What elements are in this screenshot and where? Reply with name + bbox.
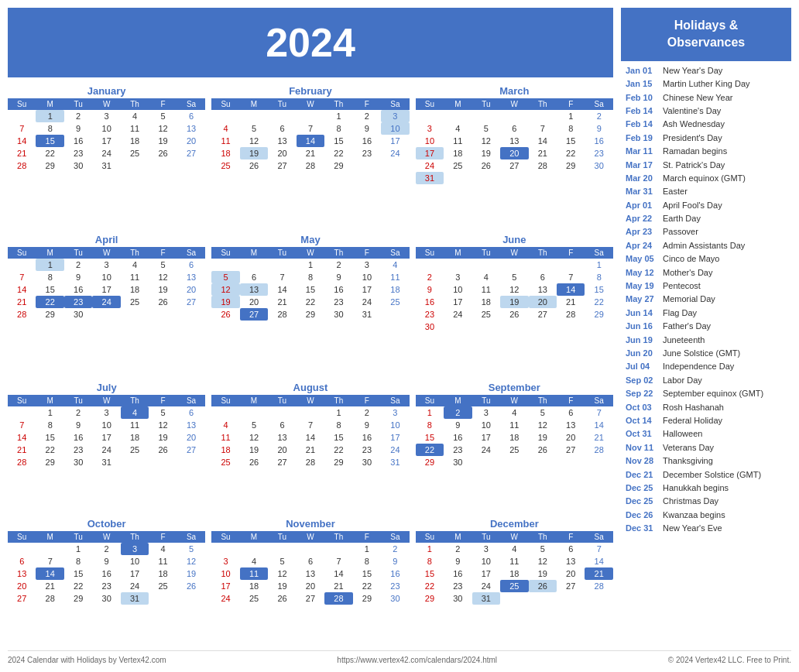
empty-day <box>529 110 557 122</box>
day-header: M <box>36 531 63 543</box>
day-cell: 21 <box>268 296 296 308</box>
holiday-item: Feb 10Chinese New Year <box>626 91 787 105</box>
day-cell: 24 <box>381 147 410 159</box>
holiday-name: Ash Wednesday <box>663 118 725 130</box>
day-cell: 14 <box>557 283 585 296</box>
day-cell: 19 <box>472 147 500 159</box>
holiday-date: Dec 25 <box>626 495 660 507</box>
sidebar-header: Holidays &Observances <box>621 8 791 61</box>
day-header: Th <box>121 247 149 259</box>
day-header: Sa <box>585 247 613 259</box>
holiday-name: Christmas Day <box>663 495 718 507</box>
day-cell: 18 <box>500 431 528 444</box>
holiday-date: Sep 22 <box>626 388 660 399</box>
day-cell: 10 <box>211 567 239 580</box>
empty-day <box>353 159 381 172</box>
month-block: JuneSuMTuWThFSa1234567891011121314151617… <box>416 234 613 376</box>
day-cell: 29 <box>324 159 352 172</box>
month-title: August <box>211 382 409 393</box>
day-cell: 8 <box>416 555 444 567</box>
empty-day <box>240 406 268 419</box>
day-cell: 16 <box>64 431 92 444</box>
day-cell: 17 <box>472 431 500 444</box>
empty-day <box>8 110 36 122</box>
holiday-name: Admin Assistants Day <box>663 240 745 252</box>
day-cell: 3 <box>121 543 149 555</box>
day-cell: 22 <box>353 580 381 592</box>
day-cell: 14 <box>585 555 613 567</box>
day-cell: 24 <box>444 308 472 321</box>
holiday-item: Mar 17St. Patrick's Day <box>626 159 787 172</box>
day-cell: 31 <box>353 308 381 321</box>
day-cell: 11 <box>240 567 268 580</box>
day-cell: 23 <box>353 147 381 159</box>
day-cell: 24 <box>381 444 410 456</box>
day-cell: 15 <box>36 135 63 147</box>
day-cell: 16 <box>444 567 472 580</box>
day-cell: 25 <box>500 580 528 592</box>
day-header: Th <box>529 98 557 110</box>
holiday-date: Jun 20 <box>626 348 660 359</box>
empty-day <box>585 321 613 333</box>
day-cell: 5 <box>240 419 268 431</box>
day-cell: 19 <box>149 431 177 444</box>
day-header: Su <box>211 98 239 110</box>
day-cell: 13 <box>268 431 296 444</box>
day-cell: 3 <box>381 110 410 122</box>
day-cell: 23 <box>324 296 352 308</box>
day-header: Th <box>529 395 557 406</box>
day-cell: 7 <box>8 419 36 431</box>
empty-day <box>177 456 206 468</box>
day-header: Su <box>211 247 239 259</box>
day-header: Su <box>8 247 36 259</box>
empty-day <box>297 406 324 419</box>
day-header: Tu <box>64 247 92 259</box>
holiday-item: May 05Cinco de Mayo <box>626 252 787 266</box>
day-header: M <box>36 395 63 406</box>
day-cell: 12 <box>529 419 557 431</box>
month-title: May <box>211 234 409 245</box>
day-cell: 5 <box>529 406 557 419</box>
day-cell: 5 <box>149 259 177 271</box>
month-block: NovemberSuMTuWThFSa123456789101112131415… <box>211 518 409 648</box>
month-block: SeptemberSuMTuWThFSa12345678910111213141… <box>416 382 613 512</box>
day-cell: 7 <box>36 555 63 567</box>
day-cell: 14 <box>268 283 296 296</box>
empty-day <box>557 259 585 271</box>
day-cell: 6 <box>8 555 36 567</box>
day-header: M <box>444 98 472 110</box>
day-cell: 15 <box>353 567 381 580</box>
day-cell: 31 <box>92 456 120 468</box>
day-cell: 16 <box>353 135 381 147</box>
day-cell: 19 <box>240 444 268 456</box>
day-cell: 28 <box>529 159 557 172</box>
day-cell: 1 <box>324 110 352 122</box>
day-cell: 19 <box>529 567 557 580</box>
day-cell: 1 <box>353 543 381 555</box>
empty-day <box>557 321 585 333</box>
day-cell: 9 <box>64 122 92 135</box>
day-cell: 1 <box>297 259 324 271</box>
day-cell: 21 <box>585 431 613 444</box>
day-cell: 28 <box>324 592 352 605</box>
empty-day <box>529 172 557 184</box>
month-table: SuMTuWThFSa12345678910111213141516171819… <box>211 531 409 605</box>
day-cell: 27 <box>557 580 585 592</box>
day-header: Tu <box>268 98 296 110</box>
day-cell: 4 <box>500 406 528 419</box>
day-cell: 4 <box>381 259 410 271</box>
day-cell: 18 <box>472 296 500 308</box>
day-cell: 29 <box>324 456 352 468</box>
month-block: MarchSuMTuWThFSa123456789101112131415161… <box>416 85 613 228</box>
holiday-date: Feb 14 <box>626 105 660 117</box>
day-cell: 30 <box>444 456 472 468</box>
day-cell: 1 <box>36 110 63 122</box>
day-cell: 22 <box>64 580 92 592</box>
day-header: F <box>353 395 381 406</box>
day-header: F <box>149 98 177 110</box>
holiday-name: Federal Holiday <box>663 415 722 427</box>
day-cell: 15 <box>557 135 585 147</box>
holiday-name: September equinox (GMT) <box>663 388 763 399</box>
day-header: Su <box>416 395 444 406</box>
day-header: Th <box>324 395 352 406</box>
